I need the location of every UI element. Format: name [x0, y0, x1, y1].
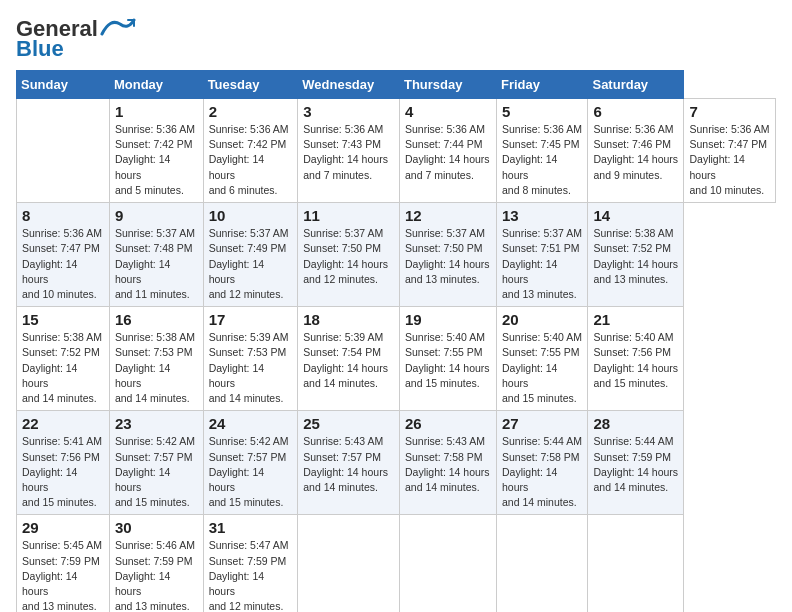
- day-detail: Sunrise: 5:36 AMSunset: 7:47 PMDaylight:…: [689, 123, 769, 196]
- day-number: 19: [405, 311, 491, 328]
- day-detail: Sunrise: 5:39 AMSunset: 7:54 PMDaylight:…: [303, 331, 388, 389]
- calendar-cell: 2 Sunrise: 5:36 AMSunset: 7:42 PMDayligh…: [203, 99, 298, 203]
- calendar-cell: 4 Sunrise: 5:36 AMSunset: 7:44 PMDayligh…: [399, 99, 496, 203]
- day-detail: Sunrise: 5:37 AMSunset: 7:48 PMDaylight:…: [115, 227, 195, 300]
- day-number: 13: [502, 207, 582, 224]
- day-detail: Sunrise: 5:37 AMSunset: 7:50 PMDaylight:…: [405, 227, 490, 285]
- day-detail: Sunrise: 5:39 AMSunset: 7:53 PMDaylight:…: [209, 331, 289, 404]
- calendar-cell: 24 Sunrise: 5:42 AMSunset: 7:57 PMDaylig…: [203, 411, 298, 515]
- day-detail: Sunrise: 5:46 AMSunset: 7:59 PMDaylight:…: [115, 539, 195, 612]
- day-detail: Sunrise: 5:41 AMSunset: 7:56 PMDaylight:…: [22, 435, 102, 508]
- day-number: 24: [209, 415, 293, 432]
- day-detail: Sunrise: 5:44 AMSunset: 7:58 PMDaylight:…: [502, 435, 582, 508]
- day-number: 25: [303, 415, 394, 432]
- logo-blue: Blue: [16, 36, 64, 62]
- day-detail: Sunrise: 5:37 AMSunset: 7:49 PMDaylight:…: [209, 227, 289, 300]
- day-number: 10: [209, 207, 293, 224]
- calendar-cell: 27 Sunrise: 5:44 AMSunset: 7:58 PMDaylig…: [496, 411, 587, 515]
- calendar-cell: 18 Sunrise: 5:39 AMSunset: 7:54 PMDaylig…: [298, 307, 400, 411]
- calendar-cell: 16 Sunrise: 5:38 AMSunset: 7:53 PMDaylig…: [109, 307, 203, 411]
- day-number: 6: [593, 103, 678, 120]
- calendar-cell: 5 Sunrise: 5:36 AMSunset: 7:45 PMDayligh…: [496, 99, 587, 203]
- header-saturday: Saturday: [588, 71, 684, 99]
- day-number: 31: [209, 519, 293, 536]
- calendar-cell: [588, 515, 684, 612]
- day-number: 23: [115, 415, 198, 432]
- calendar-cell: 10 Sunrise: 5:37 AMSunset: 7:49 PMDaylig…: [203, 203, 298, 307]
- day-detail: Sunrise: 5:40 AMSunset: 7:56 PMDaylight:…: [593, 331, 678, 389]
- page-header: General Blue: [16, 16, 776, 62]
- day-number: 2: [209, 103, 293, 120]
- day-detail: Sunrise: 5:36 AMSunset: 7:42 PMDaylight:…: [209, 123, 289, 196]
- calendar-cell: 31 Sunrise: 5:47 AMSunset: 7:59 PMDaylig…: [203, 515, 298, 612]
- calendar-cell: 15 Sunrise: 5:38 AMSunset: 7:52 PMDaylig…: [17, 307, 110, 411]
- day-number: 15: [22, 311, 104, 328]
- day-detail: Sunrise: 5:36 AMSunset: 7:43 PMDaylight:…: [303, 123, 388, 181]
- calendar-cell: 23 Sunrise: 5:42 AMSunset: 7:57 PMDaylig…: [109, 411, 203, 515]
- calendar-cell: [298, 515, 400, 612]
- calendar-week-row: 22 Sunrise: 5:41 AMSunset: 7:56 PMDaylig…: [17, 411, 776, 515]
- day-detail: Sunrise: 5:36 AMSunset: 7:44 PMDaylight:…: [405, 123, 490, 181]
- day-detail: Sunrise: 5:40 AMSunset: 7:55 PMDaylight:…: [502, 331, 582, 404]
- day-number: 27: [502, 415, 582, 432]
- day-detail: Sunrise: 5:45 AMSunset: 7:59 PMDaylight:…: [22, 539, 102, 612]
- day-number: 28: [593, 415, 678, 432]
- day-number: 21: [593, 311, 678, 328]
- day-detail: Sunrise: 5:38 AMSunset: 7:52 PMDaylight:…: [22, 331, 102, 404]
- calendar-week-row: 15 Sunrise: 5:38 AMSunset: 7:52 PMDaylig…: [17, 307, 776, 411]
- day-number: 3: [303, 103, 394, 120]
- calendar-header-row: SundayMondayTuesdayWednesdayThursdayFrid…: [17, 71, 776, 99]
- header-monday: Monday: [109, 71, 203, 99]
- calendar-cell: 21 Sunrise: 5:40 AMSunset: 7:56 PMDaylig…: [588, 307, 684, 411]
- day-detail: Sunrise: 5:42 AMSunset: 7:57 PMDaylight:…: [209, 435, 289, 508]
- day-number: 17: [209, 311, 293, 328]
- header-tuesday: Tuesday: [203, 71, 298, 99]
- day-detail: Sunrise: 5:40 AMSunset: 7:55 PMDaylight:…: [405, 331, 490, 389]
- calendar-cell: 20 Sunrise: 5:40 AMSunset: 7:55 PMDaylig…: [496, 307, 587, 411]
- day-number: 7: [689, 103, 770, 120]
- logo-bird-icon: [100, 16, 136, 38]
- calendar-week-row: 1 Sunrise: 5:36 AMSunset: 7:42 PMDayligh…: [17, 99, 776, 203]
- header-friday: Friday: [496, 71, 587, 99]
- calendar-cell: 28 Sunrise: 5:44 AMSunset: 7:59 PMDaylig…: [588, 411, 684, 515]
- day-number: 22: [22, 415, 104, 432]
- calendar-cell: 30 Sunrise: 5:46 AMSunset: 7:59 PMDaylig…: [109, 515, 203, 612]
- day-detail: Sunrise: 5:43 AMSunset: 7:57 PMDaylight:…: [303, 435, 388, 493]
- calendar-cell: [399, 515, 496, 612]
- calendar-cell: 13 Sunrise: 5:37 AMSunset: 7:51 PMDaylig…: [496, 203, 587, 307]
- header-sunday: Sunday: [17, 71, 110, 99]
- calendar-cell: [496, 515, 587, 612]
- calendar-cell: 19 Sunrise: 5:40 AMSunset: 7:55 PMDaylig…: [399, 307, 496, 411]
- day-number: 14: [593, 207, 678, 224]
- day-number: 4: [405, 103, 491, 120]
- day-number: 16: [115, 311, 198, 328]
- day-detail: Sunrise: 5:36 AMSunset: 7:45 PMDaylight:…: [502, 123, 582, 196]
- calendar-cell: 29 Sunrise: 5:45 AMSunset: 7:59 PMDaylig…: [17, 515, 110, 612]
- calendar-cell: 14 Sunrise: 5:38 AMSunset: 7:52 PMDaylig…: [588, 203, 684, 307]
- day-detail: Sunrise: 5:42 AMSunset: 7:57 PMDaylight:…: [115, 435, 195, 508]
- calendar-cell: 26 Sunrise: 5:43 AMSunset: 7:58 PMDaylig…: [399, 411, 496, 515]
- day-detail: Sunrise: 5:36 AMSunset: 7:46 PMDaylight:…: [593, 123, 678, 181]
- day-number: 1: [115, 103, 198, 120]
- day-detail: Sunrise: 5:44 AMSunset: 7:59 PMDaylight:…: [593, 435, 678, 493]
- calendar-cell: 8 Sunrise: 5:36 AMSunset: 7:47 PMDayligh…: [17, 203, 110, 307]
- day-detail: Sunrise: 5:37 AMSunset: 7:50 PMDaylight:…: [303, 227, 388, 285]
- day-number: 26: [405, 415, 491, 432]
- day-detail: Sunrise: 5:38 AMSunset: 7:52 PMDaylight:…: [593, 227, 678, 285]
- calendar-table: SundayMondayTuesdayWednesdayThursdayFrid…: [16, 70, 776, 612]
- day-detail: Sunrise: 5:37 AMSunset: 7:51 PMDaylight:…: [502, 227, 582, 300]
- calendar-cell: 11 Sunrise: 5:37 AMSunset: 7:50 PMDaylig…: [298, 203, 400, 307]
- calendar-cell: 22 Sunrise: 5:41 AMSunset: 7:56 PMDaylig…: [17, 411, 110, 515]
- logo: General Blue: [16, 16, 136, 62]
- day-detail: Sunrise: 5:36 AMSunset: 7:47 PMDaylight:…: [22, 227, 102, 300]
- day-number: 8: [22, 207, 104, 224]
- day-number: 12: [405, 207, 491, 224]
- day-number: 18: [303, 311, 394, 328]
- calendar-cell: [17, 99, 110, 203]
- calendar-cell: 17 Sunrise: 5:39 AMSunset: 7:53 PMDaylig…: [203, 307, 298, 411]
- calendar-week-row: 29 Sunrise: 5:45 AMSunset: 7:59 PMDaylig…: [17, 515, 776, 612]
- day-detail: Sunrise: 5:47 AMSunset: 7:59 PMDaylight:…: [209, 539, 289, 612]
- calendar-cell: 1 Sunrise: 5:36 AMSunset: 7:42 PMDayligh…: [109, 99, 203, 203]
- calendar-week-row: 8 Sunrise: 5:36 AMSunset: 7:47 PMDayligh…: [17, 203, 776, 307]
- calendar-cell: 7 Sunrise: 5:36 AMSunset: 7:47 PMDayligh…: [684, 99, 776, 203]
